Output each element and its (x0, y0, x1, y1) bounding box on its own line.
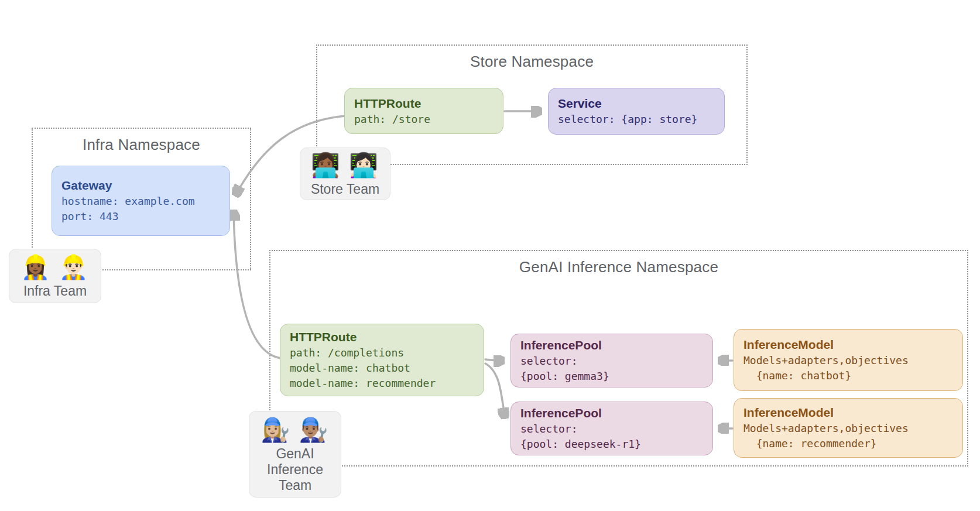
genai-httproute-title: HTTPRoute (290, 329, 474, 345)
store-team-card: 👩🏾‍💻 👩🏻‍💻 Store Team (300, 148, 390, 200)
inferencepool-deepseek-title: InferencePool (520, 405, 703, 421)
infra-team-card: 👷🏾‍♀️ 👷🏻‍♂️ Infra Team (9, 249, 101, 303)
genai-httproute-node: HTTPRoute path: /completions model-name:… (280, 324, 484, 396)
genai-httproute-model-chatbot: model-name: chatbot (290, 361, 474, 376)
gateway-port: port: 443 (61, 209, 220, 224)
store-team-technologist-emojis-icon: 👩🏾‍💻 👩🏻‍💻 (311, 151, 379, 179)
gateway-hostname: hostname: example.com (61, 194, 220, 209)
genai-httproute-model-recommender: model-name: recommender (290, 376, 474, 391)
genai-team-card: 👩🏼‍🔧 👨🏽‍🔧 GenAI Inference Team (249, 411, 341, 498)
store-team-label: Store Team (311, 181, 379, 197)
inferencepool-gemma-selector: selector: (520, 354, 703, 369)
inferencepool-deepseek-node: InferencePool selector: {pool: deepseek-… (510, 402, 713, 455)
arrow-genai-httproute-to-gateway (234, 212, 281, 358)
infra-team-construction-worker-emojis-icon: 👷🏾‍♀️ 👷🏻‍♂️ (21, 253, 90, 281)
infra-team-label: Infra Team (23, 283, 87, 299)
service-selector: selector: {app: store} (558, 112, 715, 127)
store-httproute-title: HTTPRoute (354, 95, 494, 112)
diagram-canvas: Store Namespace Infra Namespace GenAI In… (0, 0, 980, 511)
inferencemodel-chatbot-title: InferenceModel (743, 337, 953, 353)
store-httproute-node: HTTPRoute path: /store (344, 88, 503, 134)
inferencepool-deepseek-pool: {pool: deepseek-r1} (520, 437, 703, 452)
inferencemodel-chatbot-name: {name: chatbot} (743, 368, 953, 383)
inferencemodel-recommender-node: InferenceModel Models+adapters,objective… (734, 398, 963, 458)
inferencepool-gemma-pool: {pool: gemma3} (520, 369, 703, 384)
arrow-genai-httproute-to-pool-deepseek (485, 363, 505, 417)
inferencepool-gemma-title: InferencePool (520, 337, 703, 354)
service-title: Service (558, 95, 715, 112)
gateway-node: Gateway hostname: example.com port: 443 (52, 166, 230, 236)
inferencepool-deepseek-selector: selector: (520, 421, 703, 437)
genai-httproute-path: path: /completions (290, 345, 474, 361)
inferencemodel-chatbot-desc: Models+adapters,objectives (743, 353, 953, 368)
inferencepool-gemma-node: InferencePool selector: {pool: gemma3} (510, 334, 713, 387)
inferencemodel-recommender-desc: Models+adapters,objectives (743, 421, 953, 436)
genai-team-label: GenAI Inference Team (263, 446, 327, 493)
gateway-title: Gateway (61, 177, 220, 194)
service-node: Service selector: {app: store} (548, 88, 725, 135)
genai-team-mechanic-emojis-icon: 👩🏼‍🔧 👨🏽‍🔧 (261, 416, 330, 444)
inferencemodel-chatbot-node: InferenceModel Models+adapters,objective… (734, 329, 963, 391)
store-httproute-path: path: /store (354, 112, 494, 127)
arrow-genai-httproute-to-pool-gemma (485, 359, 502, 361)
inferencemodel-recommender-title: InferenceModel (743, 404, 953, 421)
inferencemodel-recommender-name: {name: recommender} (743, 436, 953, 451)
